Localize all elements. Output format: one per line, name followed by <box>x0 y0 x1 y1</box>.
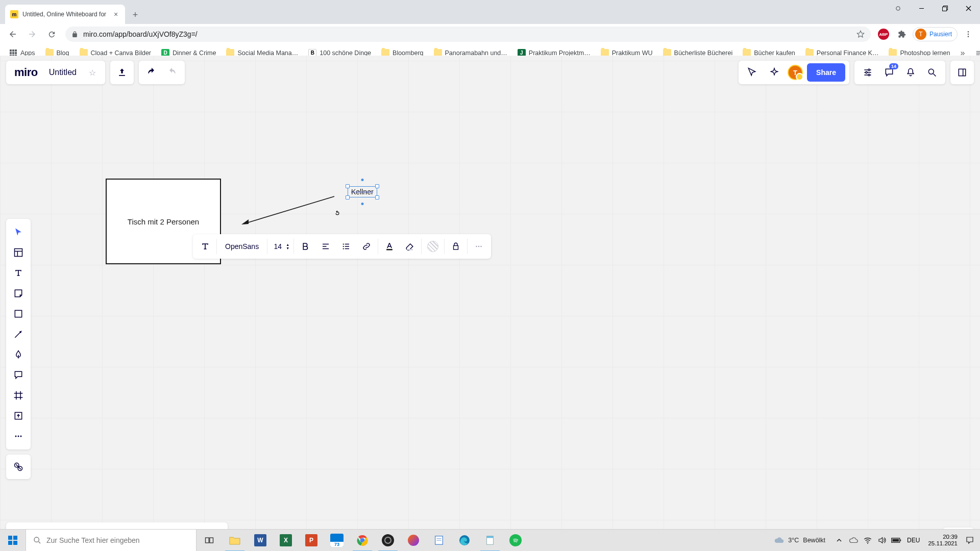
highlight-button[interactable] <box>400 236 420 257</box>
svg-point-57 <box>478 246 479 247</box>
extensions-button[interactable] <box>894 27 910 42</box>
bookmark-star-icon[interactable] <box>856 30 865 38</box>
browser-tab[interactable]: m Untitled, Online Whiteboard for × <box>5 5 125 24</box>
abp-extension-icon[interactable]: ABP <box>876 27 891 42</box>
resize-handle-ne[interactable] <box>375 184 379 188</box>
svg-rect-28 <box>15 249 22 257</box>
profile-status: Pausiert <box>929 31 952 38</box>
selected-text-object[interactable]: Kellner <box>348 187 377 197</box>
reactions-button[interactable] <box>765 63 783 82</box>
notes-task[interactable] <box>426 530 452 552</box>
cursor-tracking-button[interactable] <box>743 63 761 82</box>
browser-back-button[interactable] <box>4 27 21 42</box>
tab-close-button[interactable]: × <box>112 10 120 18</box>
browser-reload-button[interactable] <box>43 27 60 42</box>
redo-button[interactable] <box>163 64 181 81</box>
task-view-button[interactable] <box>197 530 222 552</box>
onedrive-tray-icon[interactable] <box>847 530 860 552</box>
more-icon <box>13 431 23 441</box>
calendar-task[interactable]: 73 <box>324 530 350 552</box>
obs-task[interactable] <box>375 530 401 552</box>
cloud-icon <box>849 536 858 545</box>
sticky-note-tool[interactable] <box>8 283 29 304</box>
taskbar-clock[interactable]: 20:39 25.11.2021 <box>924 534 962 547</box>
frame-tool[interactable] <box>8 385 29 406</box>
font-size-value[interactable]: 14 <box>272 242 284 251</box>
miro-app: Tisch mit 2 Personen Kellner miro Untitl… <box>0 56 980 551</box>
more-options-button[interactable] <box>469 236 489 257</box>
notifications-button[interactable] <box>900 62 921 83</box>
browser-forward-button[interactable] <box>23 27 41 42</box>
language-indicator[interactable]: DEU <box>904 537 923 544</box>
svg-point-47 <box>343 243 344 244</box>
wifi-tray-icon[interactable] <box>861 530 874 552</box>
chrome-task[interactable] <box>350 530 375 552</box>
font-size-decrease[interactable]: ▼ <box>286 246 289 250</box>
chrome-menu-button[interactable] <box>961 27 976 42</box>
apps-button[interactable] <box>6 455 31 479</box>
spotify-task[interactable] <box>503 530 528 552</box>
volume-tray-icon[interactable] <box>875 530 889 552</box>
apps-icon <box>13 462 23 472</box>
list-button[interactable] <box>336 236 356 257</box>
align-button[interactable] <box>315 236 336 257</box>
link-button[interactable] <box>356 236 377 257</box>
settings-button[interactable] <box>857 62 878 83</box>
file-explorer-task[interactable] <box>222 530 248 552</box>
text-label[interactable]: Kellner <box>348 187 377 197</box>
resize-handle-nw[interactable] <box>346 184 350 188</box>
notepad-task[interactable] <box>477 530 503 552</box>
connection-line-tool[interactable] <box>8 324 29 344</box>
arrow-connector[interactable] <box>237 193 337 227</box>
rotate-handle[interactable] <box>334 210 341 217</box>
favorite-star-button[interactable]: ☆ <box>88 68 97 78</box>
text-color-button[interactable] <box>379 236 400 257</box>
tray-overflow-button[interactable] <box>832 530 846 552</box>
lock-button[interactable] <box>446 236 466 257</box>
account-dot-icon[interactable] <box>886 0 910 16</box>
upload-tool[interactable] <box>8 406 29 426</box>
weather-widget[interactable]: 3°C Bewölkt <box>768 535 831 545</box>
battery-tray-icon[interactable] <box>890 530 903 552</box>
pen-tool[interactable] <box>8 344 29 365</box>
action-center-button[interactable] <box>963 536 977 545</box>
start-button[interactable] <box>0 530 26 551</box>
profile-pill[interactable]: T Pausiert <box>913 27 958 41</box>
window-minimize-button[interactable] <box>910 0 933 16</box>
canvas[interactable] <box>0 56 980 551</box>
resize-handle-sw[interactable] <box>346 195 350 199</box>
select-tool[interactable] <box>8 222 29 242</box>
bold-button[interactable] <box>295 236 315 257</box>
miro-logo[interactable]: miro <box>14 66 38 79</box>
comments-button[interactable]: 14 <box>879 62 899 83</box>
text-type-button[interactable] <box>195 236 215 257</box>
window-close-button[interactable] <box>957 0 980 16</box>
board-title[interactable]: Untitled <box>47 68 79 77</box>
templates-tool[interactable] <box>8 242 29 263</box>
shape-tool[interactable] <box>8 304 29 324</box>
fill-color-button[interactable] <box>423 236 443 257</box>
text-tool[interactable] <box>8 263 29 283</box>
excel-task[interactable]: X <box>273 530 299 552</box>
undo-button[interactable] <box>143 64 160 81</box>
font-size-increase[interactable]: ▲ <box>286 243 289 246</box>
app-task-1[interactable] <box>401 530 426 552</box>
edge-task[interactable] <box>452 530 477 552</box>
user-avatar[interactable]: T <box>788 65 803 80</box>
export-button[interactable] <box>110 61 134 84</box>
upload-icon <box>117 67 127 78</box>
new-tab-button[interactable]: + <box>128 8 142 22</box>
resize-handle-se[interactable] <box>375 195 379 199</box>
miro-favicon-icon: m <box>10 10 18 18</box>
taskbar-search[interactable]: Zur Suche Text hier eingeben <box>26 530 197 551</box>
comment-tool[interactable] <box>8 365 29 385</box>
activity-panel-button[interactable] <box>950 61 974 84</box>
address-bar[interactable]: miro.com/app/board/uXjVOf8yZ3g=/ <box>65 27 871 42</box>
powerpoint-task[interactable]: P <box>299 530 324 552</box>
share-button[interactable]: Share <box>807 63 845 82</box>
window-maximize-button[interactable] <box>933 0 957 16</box>
word-task[interactable]: W <box>248 530 273 552</box>
more-tools-button[interactable] <box>8 426 29 446</box>
search-button[interactable] <box>922 62 942 83</box>
font-family-selector[interactable]: OpenSans <box>218 242 266 251</box>
